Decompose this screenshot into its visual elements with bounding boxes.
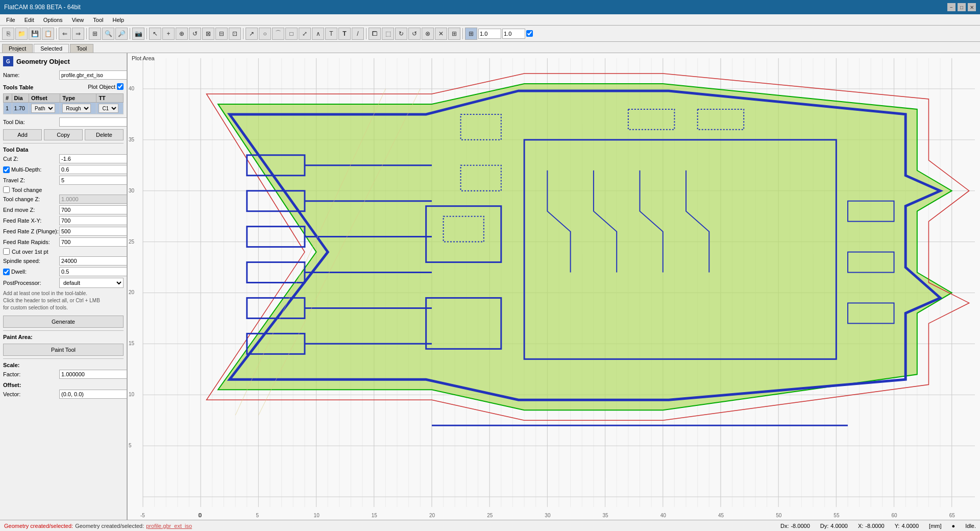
- maximize-btn[interactable]: □: [958, 3, 966, 11]
- tab-project[interactable]: Project: [2, 44, 33, 53]
- dwell-input[interactable]: [59, 267, 128, 276]
- postprocessor-row: PostProcessor: default: [3, 278, 124, 288]
- feed-rate-xy-label: Feed Rate X-Y:: [3, 218, 59, 224]
- save-as-btn[interactable]: 📋: [42, 28, 54, 40]
- feed-rate-rapids-input[interactable]: [59, 237, 128, 247]
- capture-btn[interactable]: 📷: [132, 28, 144, 40]
- cut-over-checkbox[interactable]: [3, 248, 10, 255]
- menu-help[interactable]: Help: [108, 16, 128, 24]
- multi-depth-checkbox[interactable]: [3, 166, 10, 173]
- add-button[interactable]: Add: [3, 129, 42, 140]
- tab-tool[interactable]: Tool: [70, 44, 93, 53]
- tb-e3[interactable]: ↻: [395, 28, 407, 40]
- zoom-out-btn[interactable]: 🔍: [102, 28, 114, 40]
- canvas-area[interactable]: Plot Area: [128, 53, 980, 520]
- tool-change-z-input[interactable]: [59, 195, 128, 204]
- dwell-checkbox[interactable]: [3, 269, 10, 275]
- offset-select[interactable]: Path: [31, 104, 55, 113]
- delete-button[interactable]: Delete: [85, 129, 124, 140]
- menu-edit[interactable]: Edit: [20, 16, 38, 24]
- plot-object-checkbox[interactable]: [117, 83, 124, 90]
- tb-s6[interactable]: ∧: [312, 28, 324, 40]
- tb-geo5[interactable]: ⊡: [229, 28, 241, 40]
- tb-s5[interactable]: ⤢: [299, 28, 311, 40]
- multi-depth-input[interactable]: [59, 165, 128, 174]
- menu-tool[interactable]: Tool: [89, 16, 107, 24]
- plot-object-label: Plot Object: [88, 84, 115, 90]
- paint-tool-button[interactable]: Paint Tool: [3, 344, 124, 356]
- snap-input1[interactable]: [478, 29, 501, 39]
- open-btn[interactable]: 📁: [15, 28, 28, 40]
- spindle-speed-input[interactable]: [59, 256, 128, 266]
- tb-snap1[interactable]: ⊞: [465, 28, 477, 40]
- tb-t1[interactable]: T: [325, 28, 337, 40]
- tb-e5[interactable]: ⊗: [422, 28, 434, 40]
- zoom-fit-btn[interactable]: ⊞: [89, 28, 101, 40]
- end-move-z-input[interactable]: [59, 205, 128, 214]
- close-btn[interactable]: ✕: [968, 3, 976, 11]
- menu-view[interactable]: View: [68, 16, 88, 24]
- travel-z-row: Travel Z:: [3, 176, 124, 185]
- tool-change-checkbox[interactable]: [3, 186, 10, 193]
- panel-title: G Geometry Object: [3, 56, 124, 66]
- snap-checkbox[interactable]: [526, 30, 533, 37]
- zoom-in-btn[interactable]: 🔎: [115, 28, 128, 40]
- tb-e4[interactable]: ↺: [408, 28, 421, 40]
- save-btn[interactable]: 💾: [29, 28, 41, 40]
- panel-icon: G: [3, 56, 13, 66]
- tool-dia-row: Tool Dia:: [3, 117, 124, 127]
- left-panel: G Geometry Object Name: Tools Table Plot…: [0, 53, 128, 520]
- feed-rate-z-input[interactable]: [59, 227, 128, 236]
- dx-label: Dx:: [780, 523, 789, 529]
- tb-s4[interactable]: □: [285, 28, 298, 40]
- tb-t2[interactable]: T: [338, 28, 351, 40]
- table-row[interactable]: 1 1.70 Path Rough C1: [4, 103, 124, 114]
- tb-e7[interactable]: ⊞: [448, 28, 460, 40]
- multi-depth-row: Multi-Depth:: [3, 165, 124, 174]
- tools-table-header: Tools Table Plot Object: [3, 81, 124, 92]
- x-value: -8.0000: [865, 523, 884, 529]
- pcb-canvas[interactable]: [128, 53, 980, 520]
- cut-z-input[interactable]: [59, 154, 128, 163]
- offset-vector-input[interactable]: [59, 390, 128, 399]
- tab-selected[interactable]: Selected: [34, 44, 69, 53]
- feed-rate-z-label: Feed Rate Z (Plunge):: [3, 228, 59, 234]
- tb-btn1[interactable]: ⇐: [59, 28, 71, 40]
- tb-e6[interactable]: ✕: [435, 28, 447, 40]
- select-btn[interactable]: ↖: [149, 28, 161, 40]
- tb-btn2[interactable]: ⇒: [72, 28, 84, 40]
- scale-factor-input[interactable]: [59, 370, 128, 379]
- tb-geo2[interactable]: ↺: [189, 28, 201, 40]
- y-value: 4.0000: [901, 523, 919, 529]
- name-input[interactable]: [59, 70, 128, 80]
- travel-z-input[interactable]: [59, 176, 128, 185]
- tb-geo4[interactable]: ⊟: [215, 28, 228, 40]
- tb-e1[interactable]: ⧠: [369, 28, 381, 40]
- tb-geo1[interactable]: ⊕: [176, 28, 188, 40]
- tb-s1[interactable]: ↗: [246, 28, 258, 40]
- new-btn[interactable]: ⎘: [2, 28, 14, 40]
- tb-geo3[interactable]: ⊠: [202, 28, 214, 40]
- minimize-btn[interactable]: −: [947, 3, 955, 11]
- menu-options[interactable]: Options: [39, 16, 67, 24]
- add-btn[interactable]: +: [162, 28, 175, 40]
- tool-dia-input[interactable]: [59, 117, 128, 127]
- cut-z-label: Cut Z:: [3, 156, 59, 162]
- tt-select[interactable]: C1: [99, 104, 118, 113]
- tb-s3[interactable]: ⌒: [272, 28, 284, 40]
- tb-e2[interactable]: ⬚: [382, 28, 394, 40]
- type-select[interactable]: Rough: [62, 104, 91, 113]
- cut-z-row: Cut Z:: [3, 154, 124, 163]
- menu-file[interactable]: File: [2, 16, 19, 24]
- cut-over-row: Cut over 1st pt: [3, 248, 124, 255]
- tb-t3[interactable]: /: [352, 28, 364, 40]
- geometry-link[interactable]: profile.gbr_ext_iso: [146, 523, 192, 529]
- tb-s2[interactable]: ○: [259, 28, 271, 40]
- cell-tt: C1: [96, 103, 124, 114]
- snap-input2[interactable]: [502, 29, 525, 39]
- copy-button[interactable]: Copy: [44, 129, 83, 140]
- feed-rate-xy-input[interactable]: [59, 216, 128, 225]
- generate-button[interactable]: Generate: [3, 316, 124, 328]
- postprocessor-select[interactable]: default: [59, 278, 124, 288]
- titlebar-controls[interactable]: − □ ✕: [947, 3, 976, 11]
